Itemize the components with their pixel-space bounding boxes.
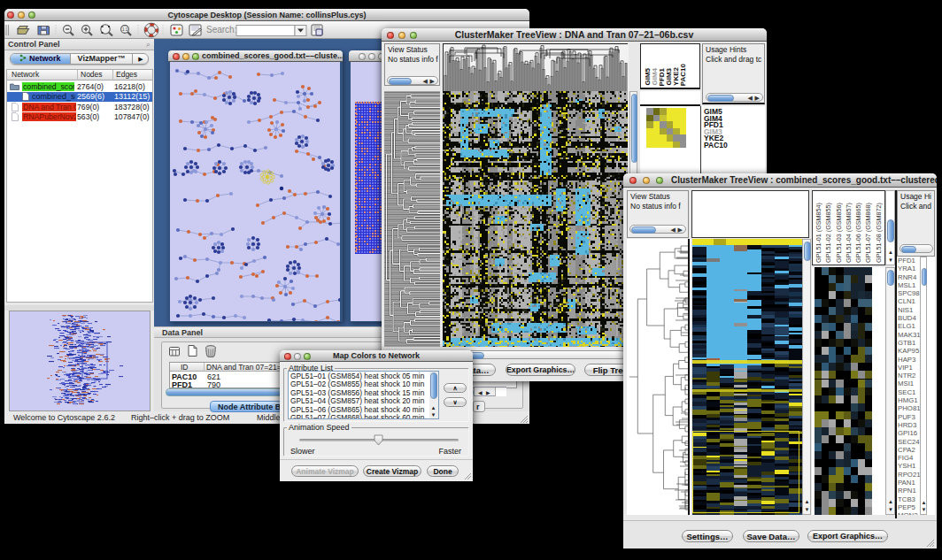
svg-text:Search:: Search: [206, 25, 236, 35]
svg-text:1:1: 1:1 [122, 27, 128, 32]
